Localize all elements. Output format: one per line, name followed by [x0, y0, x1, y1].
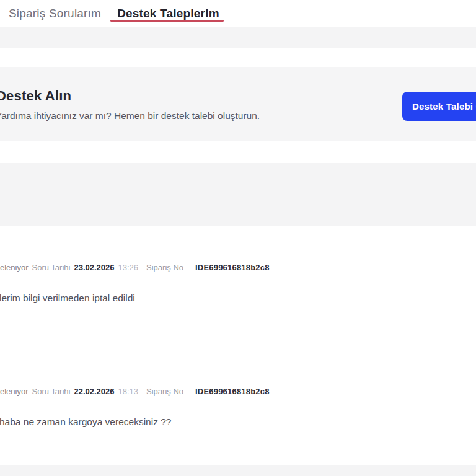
ticket-date: 23.02.2026 — [74, 263, 114, 272]
support-banner-section: Destek Alın Yardıma ihtiyacınız var mı? … — [0, 48, 476, 163]
ticket-date-label: Soru Tarihi — [32, 387, 71, 396]
ticket-list: eleniyor Soru Tarihi 23.02.2026 13:26 Si… — [0, 226, 476, 465]
ticket-row[interactable]: eleniyor Soru Tarihi 22.02.2026 18:13 Si… — [0, 347, 476, 465]
page-gap-top — [0, 27, 476, 48]
ticket-order-label: Sipariş No — [146, 263, 183, 272]
ticket-header: eleniyor Soru Tarihi 22.02.2026 18:13 Si… — [0, 387, 270, 396]
ticket-header: eleniyor Soru Tarihi 23.02.2026 13:26 Si… — [0, 263, 270, 272]
page-gap-bottom — [0, 465, 476, 476]
ticket-row[interactable]: eleniyor Soru Tarihi 23.02.2026 13:26 Si… — [0, 226, 476, 342]
ticket-date: 22.02.2026 — [74, 387, 114, 396]
ticket-status: eleniyor — [0, 387, 29, 396]
ticket-time: 18:13 — [118, 387, 139, 396]
tab-bar: Sipariş Sorularım Destek Taleplerim — [0, 0, 476, 27]
ticket-message: lerim bilgi verilmeden iptal edildi — [0, 293, 135, 304]
ticket-time: 13:26 — [118, 263, 139, 272]
active-tab-underline — [110, 20, 224, 22]
page-gap-middle — [0, 163, 476, 226]
ticket-status: eleniyor — [0, 263, 29, 272]
support-banner: Destek Alın Yardıma ihtiyacınız var mı? … — [0, 67, 476, 141]
ticket-order-number: IDE699616818b2c8 — [195, 387, 270, 396]
create-support-request-button[interactable]: Destek Talebi Oluştur — [402, 92, 476, 121]
tab-support-requests-label: Destek Taleplerim — [117, 7, 219, 20]
tab-order-questions[interactable]: Sipariş Sorularım — [9, 0, 101, 27]
ticket-date-label: Soru Tarihi — [32, 263, 71, 272]
ticket-order-label: Sipariş No — [146, 387, 183, 396]
ticket-message: haba ne zaman kargoya vereceksiniz ?? — [0, 416, 171, 428]
tab-support-requests[interactable]: Destek Taleplerim — [117, 0, 219, 27]
ticket-order-number: IDE699616818b2c8 — [195, 263, 270, 272]
tab-order-questions-label: Sipariş Sorularım — [9, 7, 101, 20]
